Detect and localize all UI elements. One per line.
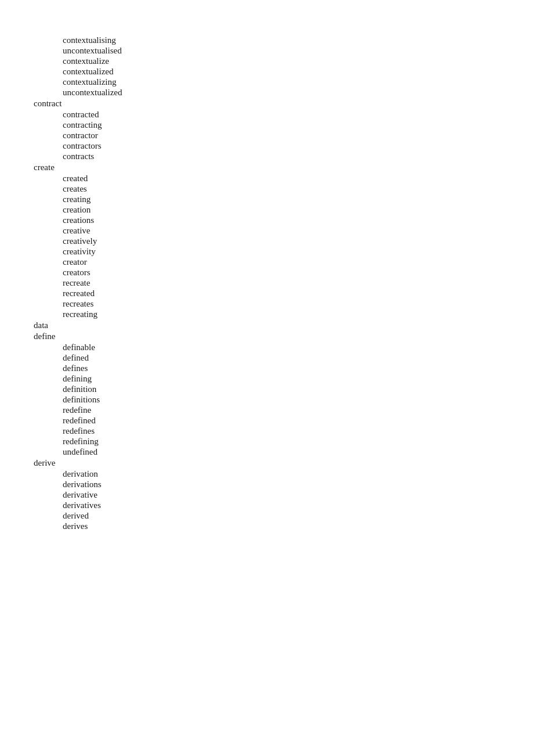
- list-item: contractors: [63, 141, 534, 151]
- list-item: contextualizing: [63, 77, 534, 87]
- list-item: creative: [63, 226, 534, 236]
- list-item: recreated: [63, 289, 534, 298]
- list-item: derivation: [63, 469, 534, 479]
- list-item: creates: [63, 184, 534, 194]
- list-item: redefined: [63, 416, 534, 426]
- root-word: define: [34, 332, 534, 341]
- root-word: derive: [34, 458, 534, 468]
- list-item: uncontextualized: [63, 88, 534, 98]
- list-item: creation: [63, 205, 534, 215]
- list-item: derivatives: [63, 501, 534, 510]
- list-item: derivative: [63, 490, 534, 500]
- list-item: contextualising: [63, 35, 534, 45]
- list-item: recreating: [63, 309, 534, 319]
- list-item: contractor: [63, 131, 534, 141]
- list-item: definitions: [63, 395, 534, 405]
- word-list: contextualisinguncontextualisedcontextua…: [0, 35, 534, 531]
- list-item: uncontextualised: [63, 46, 534, 56]
- list-item: defined: [63, 353, 534, 363]
- root-word: create: [34, 163, 534, 172]
- root-word: data: [34, 321, 534, 330]
- list-item: redefine: [63, 405, 534, 415]
- list-item: creatively: [63, 236, 534, 246]
- list-item: creator: [63, 257, 534, 267]
- list-item: created: [63, 174, 534, 183]
- list-item: definition: [63, 384, 534, 394]
- list-item: creators: [63, 268, 534, 278]
- list-item: contracted: [63, 110, 534, 120]
- list-item: creating: [63, 195, 534, 204]
- list-item: creativity: [63, 247, 534, 257]
- list-item: recreate: [63, 278, 534, 288]
- list-item: recreates: [63, 299, 534, 309]
- list-item: derived: [63, 511, 534, 521]
- list-item: contextualize: [63, 56, 534, 66]
- list-item: contracting: [63, 120, 534, 130]
- list-item: defines: [63, 363, 534, 373]
- root-word: contract: [34, 99, 534, 109]
- list-item: derivations: [63, 480, 534, 489]
- list-item: redefines: [63, 426, 534, 436]
- list-item: defining: [63, 374, 534, 384]
- list-item: creations: [63, 215, 534, 225]
- list-item: contracts: [63, 152, 534, 161]
- list-item: redefining: [63, 437, 534, 447]
- list-item: contextualized: [63, 67, 534, 77]
- list-item: definable: [63, 343, 534, 352]
- list-item: undefined: [63, 447, 534, 457]
- list-item: derives: [63, 521, 534, 531]
